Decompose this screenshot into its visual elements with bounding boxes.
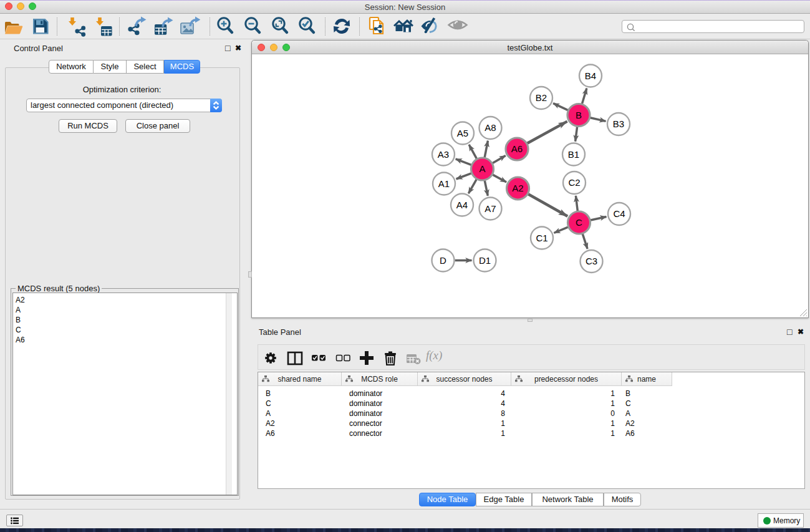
- svg-text:A7: A7: [485, 203, 496, 214]
- svg-text:A: A: [479, 163, 485, 174]
- svg-text:A4: A4: [456, 200, 468, 210]
- svg-text:A5: A5: [457, 128, 468, 138]
- svg-text:A8: A8: [485, 122, 496, 133]
- svg-text:B3: B3: [613, 118, 624, 129]
- svg-text:B1: B1: [568, 149, 579, 160]
- svg-text:A2: A2: [512, 183, 523, 193]
- svg-text:C4: C4: [613, 208, 625, 219]
- svg-text:C1: C1: [536, 233, 547, 243]
- svg-text:B: B: [576, 110, 582, 120]
- svg-text:D1: D1: [479, 255, 491, 266]
- svg-text:D: D: [440, 255, 446, 266]
- svg-text:B2: B2: [536, 92, 547, 103]
- svg-text:C2: C2: [568, 177, 580, 188]
- svg-text:A6: A6: [511, 143, 523, 154]
- svg-text:B4: B4: [585, 70, 596, 81]
- svg-text:C: C: [576, 217, 582, 228]
- svg-text:A1: A1: [438, 178, 450, 189]
- svg-text:C3: C3: [586, 256, 597, 266]
- svg-text:A3: A3: [438, 149, 449, 160]
